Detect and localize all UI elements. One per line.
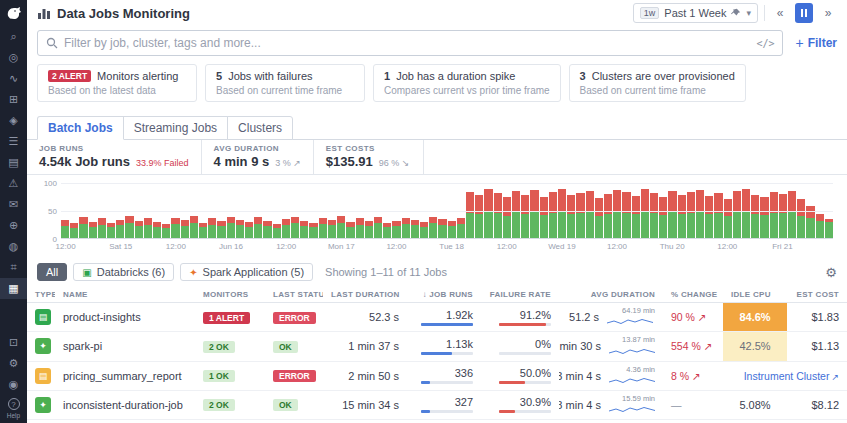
sparkline-chart — [609, 405, 655, 413]
sidebar-item-data-jobs[interactable]: ▦ — [0, 278, 27, 299]
summary-card-clusters-are-over-provisioned[interactable]: 3Clusters are over provisionedBased on c… — [569, 64, 746, 102]
sidebar-item-account[interactable]: ◉ — [0, 374, 27, 395]
sidebar-item-security[interactable]: ◍ — [0, 236, 27, 257]
column-header-name[interactable]: NAME — [55, 287, 195, 303]
column-header-idle-cpu[interactable]: IDLE CPU — [723, 287, 787, 303]
cell-pct-change: 8 % ↗ — [663, 361, 723, 390]
success-segment — [135, 226, 143, 238]
sidebar-item-apm[interactable]: ☰ — [0, 131, 27, 152]
job-runs-chart[interactable]: 12:00Sat 1512:00Jun 1612:00Mon 1712:00Tu… — [31, 179, 837, 257]
monitors-badge[interactable]: 2 OK — [203, 341, 235, 353]
x-tick-12-00: 12:00 — [276, 242, 296, 251]
chart-bar — [356, 218, 364, 238]
job-runs-bar — [421, 381, 430, 384]
tab-clusters[interactable]: Clusters — [227, 116, 293, 140]
column-header-last-duration[interactable]: LAST DURATION — [323, 287, 407, 303]
y-tick-100: 100 — [31, 179, 57, 188]
sparkline-chart — [607, 317, 653, 325]
chevron-down-icon[interactable]: ▾ — [746, 8, 751, 18]
chart-bar — [217, 221, 225, 238]
search-row: </> + Filter — [27, 26, 847, 62]
account-icon: ◉ — [9, 379, 19, 390]
column-header-monitors[interactable]: MONITORS — [195, 287, 265, 303]
chart-bar — [751, 195, 759, 238]
sidebar-item-organization[interactable]: ⊡ — [0, 332, 27, 353]
column-header-avg-duration[interactable]: AVG DURATION — [559, 287, 663, 303]
filter-pill-all[interactable]: All — [37, 263, 67, 281]
filter-pill-spark-application-5[interactable]: ✦Spark Application (5) — [180, 263, 313, 281]
chart-bar — [816, 214, 824, 238]
sidebar-item-ci-cd[interactable]: ⌗ — [0, 257, 27, 278]
job-name-link[interactable]: spark-pi — [63, 340, 102, 352]
success-segment — [797, 216, 805, 238]
column-header-type[interactable]: TYPE — [27, 287, 55, 303]
failed-segment — [254, 217, 262, 224]
sidebar-item-watchdog[interactable]: ◎ — [0, 47, 27, 68]
failed-segment — [742, 189, 750, 211]
chart-plot[interactable] — [61, 183, 833, 239]
sidebar-item-metrics[interactable]: ∿ — [0, 68, 27, 89]
pause-button[interactable] — [795, 3, 813, 23]
card-title: Job has a duration spike — [396, 70, 515, 82]
filter-pill-databricks-6[interactable]: ▣Databricks (6) — [73, 263, 174, 281]
column-header-est-cost[interactable]: EST COST — [787, 287, 847, 303]
search-input-wrapper[interactable]: </> — [37, 30, 783, 56]
stat-sub: 96 % ↘ — [379, 158, 410, 168]
datadog-logo-icon[interactable] — [0, 0, 27, 26]
job-name-link[interactable]: product-insights — [63, 311, 141, 323]
chart-bar — [300, 221, 308, 238]
skip-back-button[interactable]: « — [771, 3, 789, 23]
avg-duration-value: 8 min 4 s — [559, 399, 601, 411]
add-filter-button[interactable]: + Filter — [795, 35, 837, 51]
tab-batch-jobs[interactable]: Batch Jobs — [37, 116, 124, 140]
success-segment — [245, 227, 253, 238]
summary-card-jobs-with-failures[interactable]: 5Jobs with failuresBased on current time… — [205, 64, 365, 102]
summary-card-monitors-alerting[interactable]: 2 ALERTMonitors alertingBased on the lat… — [37, 64, 197, 102]
chart-bar — [402, 218, 410, 238]
circle — [48, 39, 55, 46]
time-range-picker[interactable]: 1w Past 1 Week ▾ — [633, 3, 758, 23]
monitors-badge[interactable]: 2 OK — [203, 399, 235, 411]
column-header-failure-rate[interactable]: FAILURE RATE — [481, 287, 559, 303]
sidebar-item-infrastructure[interactable]: ◈ — [0, 110, 27, 131]
instrument-cluster-link[interactable]: Instrument Cluster↗ — [744, 370, 839, 382]
success-segment — [751, 214, 759, 238]
cell-name: nyc_taxi_trips — [55, 420, 195, 423]
sidebar-item-integrations[interactable]: ⊕ — [0, 215, 27, 236]
monitors-badge[interactable]: 1 ALERT — [203, 312, 250, 324]
success-segment — [512, 212, 520, 238]
status-badge: ERROR — [273, 370, 316, 382]
sidebar-item-monitors[interactable]: ⚠ — [0, 173, 27, 194]
sidebar-item-search[interactable]: ⌕ — [0, 26, 27, 47]
summary-stats: JOB RUNS4.54k Job runs33.9% FailedAVG DU… — [27, 140, 847, 175]
tab-streaming-jobs[interactable]: Streaming Jobs — [123, 116, 228, 140]
job-name-link[interactable]: pricing_summary_report — [63, 370, 182, 382]
monitors-badge[interactable]: 1 OK — [203, 370, 235, 382]
rect — [43, 9, 46, 19]
topbar-right: 1w Past 1 Week ▾ « » — [633, 3, 837, 23]
cell-failure-rate: 50.0% — [481, 361, 559, 390]
pin-icon[interactable] — [731, 8, 741, 18]
cell-instrument-cluster: Instrument Cluster↗ — [723, 420, 847, 423]
cell-type: ▤ — [27, 303, 55, 332]
help-button[interactable]: ? Help — [7, 395, 20, 423]
sidebar-item-logs[interactable]: ▤ — [0, 152, 27, 173]
job-name-link[interactable]: inconsistent-duration-job — [63, 399, 183, 411]
table-settings-gear-icon[interactable]: ⚙ — [825, 265, 837, 280]
sidebar-item-settings[interactable]: ⚙ — [0, 353, 27, 374]
column-header-last-status[interactable]: LAST STATUS — [265, 287, 323, 303]
column-header-job-runs[interactable]: ↓ JOB RUNS — [407, 287, 481, 303]
summary-card-job-has-a-duration-spike[interactable]: 1Job has a duration spikeCompares curren… — [373, 64, 561, 102]
column-header-change[interactable]: % CHANGE — [663, 287, 723, 303]
sidebar-item-events[interactable]: ✉ — [0, 194, 27, 215]
skip-forward-button[interactable]: » — [819, 3, 837, 23]
search-input[interactable] — [64, 36, 750, 50]
success-segment — [79, 224, 87, 238]
success-segment — [558, 211, 566, 238]
job-runs-bar-track — [421, 410, 473, 413]
sidebar-item-dashboards[interactable]: ⊞ — [0, 89, 27, 110]
failed-segment — [484, 189, 492, 211]
success-segment — [254, 224, 262, 238]
code-toggle[interactable]: </> — [756, 38, 774, 49]
showing-label: Showing 1–11 of 11 Jobs — [325, 266, 447, 278]
